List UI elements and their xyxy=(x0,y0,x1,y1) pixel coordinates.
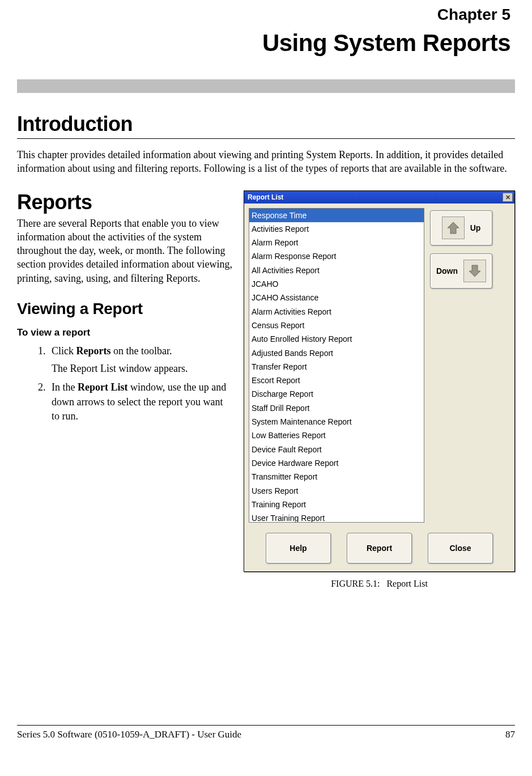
up-button-label: Up xyxy=(470,223,481,232)
step-1-text-a: Click xyxy=(52,345,76,357)
svg-marker-1 xyxy=(469,265,480,277)
list-item[interactable]: Low Batteries Report xyxy=(249,429,424,442)
decorative-bar xyxy=(17,79,515,93)
step-1-sub: The Report List window appears. xyxy=(52,362,232,376)
up-button[interactable]: Up xyxy=(430,210,492,245)
intro-body-text: This chapter provides detailed informati… xyxy=(17,148,515,176)
figure-label: FIGURE 5.1: xyxy=(331,579,380,588)
list-item[interactable]: Discharge Report xyxy=(249,387,424,401)
list-item[interactable]: All Activities Report xyxy=(249,264,424,277)
dialog-titlebar[interactable]: Report List ✕ xyxy=(244,191,514,203)
svg-marker-0 xyxy=(448,222,459,234)
chapter-number: Chapter 5 xyxy=(17,6,510,24)
close-icon[interactable]: ✕ xyxy=(503,193,513,202)
report-list-dialog: Report List ✕ Response TimeActivities Re… xyxy=(244,190,515,572)
footer-left: Series 5.0 Software (0510-1059-A_DRAFT) … xyxy=(17,729,241,740)
page-footer: Series 5.0 Software (0510-1059-A_DRAFT) … xyxy=(17,725,515,740)
step-2: In the Report List window, use the up an… xyxy=(48,380,232,423)
list-item[interactable]: System Maintenance Report xyxy=(249,415,424,429)
step-1-bold: Reports xyxy=(76,345,111,357)
dialog-title: Report List xyxy=(248,193,283,201)
footer-page-number: 87 xyxy=(505,729,515,740)
subsection-heading-viewing: Viewing a Report xyxy=(17,300,232,318)
list-item[interactable]: User Training Report xyxy=(249,511,424,522)
list-item[interactable]: Escort Report xyxy=(249,374,424,387)
list-item[interactable]: Staff Drill Report xyxy=(249,401,424,415)
list-item[interactable]: Training Report xyxy=(249,498,424,511)
step-1-text-c: on the toolbar. xyxy=(111,345,172,357)
down-button-label: Down xyxy=(436,266,458,275)
list-item[interactable]: JCAHO xyxy=(249,277,424,291)
close-button[interactable]: Close xyxy=(428,533,493,563)
list-item[interactable]: Users Report xyxy=(249,484,424,498)
chapter-title: Using System Reports xyxy=(17,29,510,57)
arrow-up-icon xyxy=(442,217,465,239)
figure-caption-text: Report List xyxy=(386,579,427,588)
list-item[interactable]: Device Fault Report xyxy=(249,443,424,456)
list-item[interactable]: Alarm Report xyxy=(249,236,424,249)
list-item[interactable]: Auto Enrolled History Report xyxy=(249,332,424,346)
figure-caption: FIGURE 5.1: Report List xyxy=(244,579,515,589)
list-item[interactable]: Device Hardware Report xyxy=(249,456,424,470)
step-2-bold: Report List xyxy=(78,381,128,393)
section-heading-introduction: Introduction xyxy=(17,112,515,136)
list-item[interactable]: Activities Report xyxy=(249,222,424,236)
report-listbox[interactable]: Response TimeActivities ReportAlarm Repo… xyxy=(249,208,424,523)
list-item[interactable]: Transmitter Report xyxy=(249,470,424,484)
list-item[interactable]: Alarm Activities Report xyxy=(249,305,424,319)
list-item[interactable]: Adjusted Bands Report xyxy=(249,346,424,360)
report-button[interactable]: Report xyxy=(347,533,412,563)
list-item[interactable]: JCAHO Assistance xyxy=(249,291,424,304)
list-item[interactable]: Response Time xyxy=(249,209,424,222)
list-item[interactable]: Alarm Response Report xyxy=(249,249,424,263)
section-heading-reports: Reports xyxy=(17,190,232,214)
step-1: Click Reports on the toolbar. The Report… xyxy=(48,344,232,376)
procedure-title: To view a report xyxy=(17,327,232,338)
list-item[interactable]: Census Report xyxy=(249,319,424,332)
down-button[interactable]: Down xyxy=(430,253,492,289)
heading-underline xyxy=(17,138,515,139)
procedure-steps: Click Reports on the toolbar. The Report… xyxy=(17,344,232,423)
step-2-text-a: In the xyxy=(52,381,78,393)
reports-body-text: There are several Reports that enable yo… xyxy=(17,217,232,285)
list-item[interactable]: Transfer Report xyxy=(249,360,424,374)
help-button[interactable]: Help xyxy=(266,533,331,563)
arrow-down-icon xyxy=(463,260,486,282)
